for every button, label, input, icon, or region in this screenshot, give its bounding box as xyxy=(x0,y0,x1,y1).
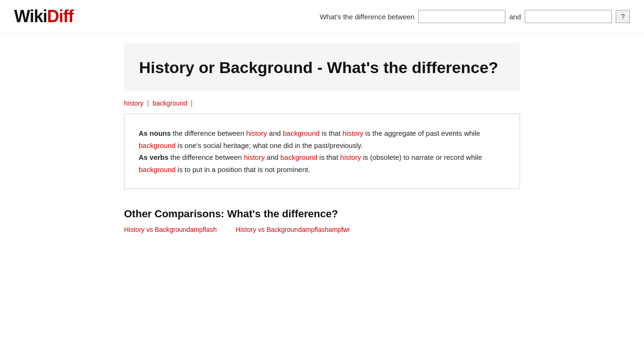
comparison-link-1[interactable]: History vs Backgroundampflash xyxy=(124,226,217,233)
logo-diff-text: Diff xyxy=(47,7,74,26)
breadcrumb: history | background | xyxy=(124,99,520,107)
search-input-1[interactable] xyxy=(418,10,505,23)
breadcrumb-sep2: | xyxy=(191,99,193,107)
logo-wiki-text: Wiki xyxy=(14,7,47,26)
breadcrumb-word1[interactable]: history xyxy=(124,99,143,107)
other-comparisons: Other Comparisons: What's the difference… xyxy=(124,208,520,233)
noun-keyword-history-1: history xyxy=(246,129,267,137)
and-label: and xyxy=(509,13,521,21)
title-box: History or Background - What's the diffe… xyxy=(124,43,520,91)
search-label: What's the difference between xyxy=(320,13,414,21)
search-bar: What's the difference between and ? xyxy=(320,10,630,23)
definition-text: As nouns the difference between history … xyxy=(139,127,505,175)
breadcrumb-sep1: | xyxy=(147,99,149,107)
main-content: History or Background - What's the diffe… xyxy=(110,33,534,243)
search-input-2[interactable] xyxy=(525,10,612,23)
noun-keyword-background-2: background xyxy=(139,141,175,149)
other-comparisons-heading: Other Comparisons: What's the difference… xyxy=(124,208,520,220)
comparison-link-2[interactable]: History vs Backgroundampflashampfwr xyxy=(236,226,350,233)
noun-keyword-history-2: history xyxy=(343,129,363,137)
header: WikiDiff What's the difference between a… xyxy=(0,0,644,33)
noun-keyword-background-1: background xyxy=(283,129,320,137)
page-title: History or Background - What's the diffe… xyxy=(139,57,507,78)
verb-keyword-history-1: history xyxy=(244,153,264,161)
logo[interactable]: WikiDiff xyxy=(14,7,74,26)
comparison-links: History vs Backgroundampflash History vs… xyxy=(124,226,520,233)
verb-keyword-background-1: background xyxy=(281,153,317,161)
breadcrumb-word2[interactable]: background xyxy=(153,99,187,107)
verb-keyword-background-2: background xyxy=(139,165,175,173)
search-button[interactable]: ? xyxy=(616,10,630,23)
verb-keyword-history-2: history xyxy=(340,153,361,161)
definition-box: As nouns the difference between history … xyxy=(124,114,520,189)
